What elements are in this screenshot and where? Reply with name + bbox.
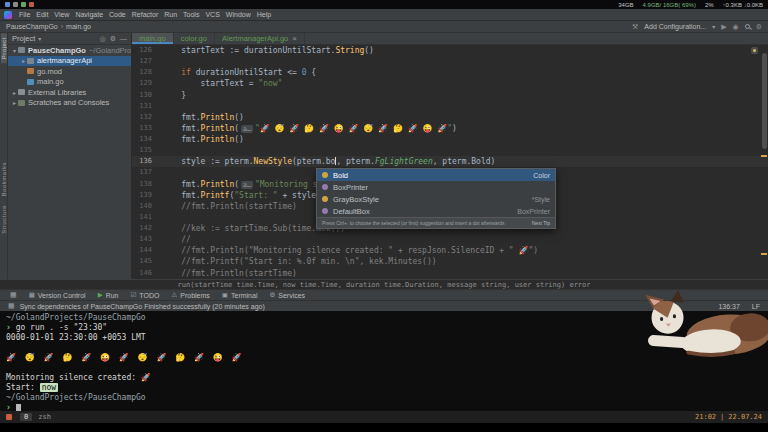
todo-icon: ☑ (130, 291, 136, 299)
chevron-icon[interactable]: ▾ (11, 47, 18, 54)
run-icon[interactable]: ▶ (721, 23, 726, 31)
code-line[interactable]: 144 //fmt.Println("Monitoring silence cr… (132, 245, 768, 256)
tab-color.go[interactable]: color.go (174, 33, 215, 44)
search-icon[interactable] (745, 24, 750, 29)
toolwindow-terminal[interactable]: ▣Terminal (222, 291, 258, 299)
debug-icon[interactable]: ◉ (733, 23, 739, 31)
code-line[interactable]: 135 (132, 145, 768, 156)
menu-file[interactable]: File (16, 11, 33, 18)
code-line[interactable]: 145 //fmt.Printf("Start in: %.0f min. \n… (132, 256, 768, 267)
warning-stripe-mark[interactable] (761, 155, 767, 157)
menu-navigate[interactable]: Navigate (72, 11, 106, 18)
tree-item-alertmanagerApi[interactable]: ▸alertmanagerApi (8, 56, 131, 67)
tree-item-go.mod[interactable]: go.mod (8, 66, 131, 77)
toolwindow-todo[interactable]: ☑TODO (130, 291, 159, 299)
code-line[interactable]: 127 (132, 56, 768, 67)
chevron-icon[interactable]: ▸ (20, 57, 27, 64)
menu-window[interactable]: Window (223, 11, 254, 18)
chevron-down-icon[interactable]: ▾ (38, 35, 41, 42)
toolwindow-problems[interactable]: ⚠Problems (171, 291, 209, 299)
panel-title[interactable]: Project (12, 34, 35, 43)
add-configuration-button[interactable]: Add Configuration... (644, 23, 706, 30)
code-line[interactable]: 132 fmt.Println() (132, 112, 768, 123)
hammer-icon[interactable]: ⚒ (632, 23, 638, 31)
next-tip-link[interactable]: Next Tip (532, 220, 550, 226)
code-token: durationUntilStart <= (191, 68, 302, 77)
tray-icon[interactable] (21, 2, 26, 7)
tab-main.go[interactable]: main.go (132, 33, 174, 44)
left-tool-stripe: Project Bookmarks Structure (0, 33, 8, 279)
inspections-widget[interactable] (751, 47, 758, 54)
code-token: //fmt.Printf("Start in: %.0f min. \n", k… (162, 257, 437, 266)
toolwindow-version-control[interactable]: ▦Version Control (29, 291, 86, 299)
code-line[interactable]: 134 fmt.Println() (132, 134, 768, 145)
tree-item-main.go[interactable]: main.go (8, 77, 131, 88)
menu-vcs[interactable]: VCS (202, 11, 222, 18)
tray-icon[interactable] (5, 2, 10, 7)
stripe-button-structure[interactable]: Structure (1, 201, 7, 238)
terminal-line: Monitoring silence created: 🚀 (6, 373, 762, 383)
line-number: 142 (132, 223, 158, 234)
completion-item-GrayBoxStyle[interactable]: GrayBoxStyle*Style (317, 193, 555, 205)
menu-tools[interactable]: Tools (180, 11, 202, 18)
code-line[interactable]: 130 } (132, 90, 768, 101)
code-token: "now" (258, 79, 282, 88)
tree-item-PauseChampGo[interactable]: ▾PauseChampGo~/GolandProjects/Pause (8, 45, 131, 56)
breadcrumb-item[interactable]: main.go (66, 23, 91, 30)
chevron-down-icon[interactable]: ▾ (712, 23, 715, 30)
warning-stripe-mark[interactable] (761, 253, 767, 255)
menu-edit[interactable]: Edit (33, 11, 51, 18)
menu-run[interactable]: Run (161, 11, 180, 18)
gear-icon[interactable]: ⚙ (110, 35, 116, 43)
menu-code[interactable]: Code (106, 11, 129, 18)
code-line[interactable]: 126 startText := durationUntilStart.Stri… (132, 45, 768, 56)
scrollbar-thumb[interactable] (762, 53, 767, 149)
menu-refactor[interactable]: Refactor (129, 11, 161, 18)
highlighted-text: now (40, 383, 58, 392)
code-line[interactable]: 133 fmt.Println(a…"🚀 😴 🚀 🤔 🚀 😜 🚀 😴 🚀 🤔 🚀… (132, 123, 768, 134)
line-number: 131 (132, 101, 158, 112)
code-line[interactable]: 131 (132, 101, 768, 112)
breadcrumb-item[interactable]: PauseChampGo (6, 23, 58, 30)
chevron-icon[interactable]: ▸ (11, 89, 18, 96)
tab-label: main.go (139, 34, 166, 43)
completion-item-BoxPrinter[interactable]: BoxPrinter (317, 181, 555, 193)
terminal-line: Start: now (6, 383, 762, 393)
code-token: } (162, 91, 186, 100)
hide-icon[interactable]: ― (120, 35, 127, 43)
toolwindows-icon[interactable]: ▦ (10, 291, 17, 299)
menu-help[interactable]: Help (254, 11, 274, 18)
stripe-button-bookmarks[interactable]: Bookmarks (1, 158, 7, 201)
settings-icon[interactable]: ⚙ (756, 23, 762, 31)
tray-icon[interactable] (13, 2, 18, 7)
code-text: style := pterm.NewStyle(pterm.bo, pterm.… (158, 156, 495, 167)
code-line[interactable]: 129 startText = "now" (132, 78, 768, 89)
tmux-session-index[interactable]: 0 (20, 413, 32, 421)
cat-overlay (632, 290, 768, 362)
locate-icon[interactable]: ◎ (100, 35, 106, 43)
window-icon[interactable]: ▦ (8, 302, 15, 310)
code-line[interactable]: 136 style := pterm.NewStyle(pterm.bo, pt… (132, 156, 768, 167)
chevron-icon[interactable]: ▸ (11, 99, 18, 106)
completion-item-Bold[interactable]: BoldColor (317, 169, 555, 181)
close-icon[interactable]: × (292, 34, 297, 43)
editor[interactable]: 126 startText := durationUntilStart.Stri… (132, 45, 768, 279)
stripe-button-project[interactable]: Project (1, 33, 7, 63)
code-line[interactable]: 143 // (132, 234, 768, 245)
tree-item-External Libraries[interactable]: ▸External Libraries (8, 87, 131, 98)
code-line[interactable]: 128 if durationUntilStart <= 0 { (132, 67, 768, 78)
code-token: "🚀 😴 🚀 🤔 🚀 😜 🚀 😴 🚀 🤔 🚀 😜 🚀" (255, 124, 452, 133)
toolwindow-run[interactable]: ▶Run (98, 291, 119, 299)
code-text: //fmt.Println("Monitoring silence create… (158, 245, 538, 256)
code-line[interactable]: 146 //fmt.Println(startTime) (132, 268, 768, 279)
tab-AlertmanagerApi.go[interactable]: AlertmanagerApi.go× (215, 33, 305, 44)
code-token: startText = (162, 79, 258, 88)
goland-icon[interactable] (4, 11, 12, 19)
menu-view[interactable]: View (51, 11, 72, 18)
toolwindow-services[interactable]: ⚙Services (269, 291, 305, 299)
completion-item-DefaultBox[interactable]: DefaultBoxBoxPrinter (317, 205, 555, 217)
tray-icon[interactable] (29, 2, 34, 7)
tree-item-Scratches and Consoles[interactable]: ▸Scratches and Consoles (8, 98, 131, 109)
line-number: 127 (132, 56, 158, 67)
tmux-window-name[interactable]: zsh (38, 413, 51, 421)
